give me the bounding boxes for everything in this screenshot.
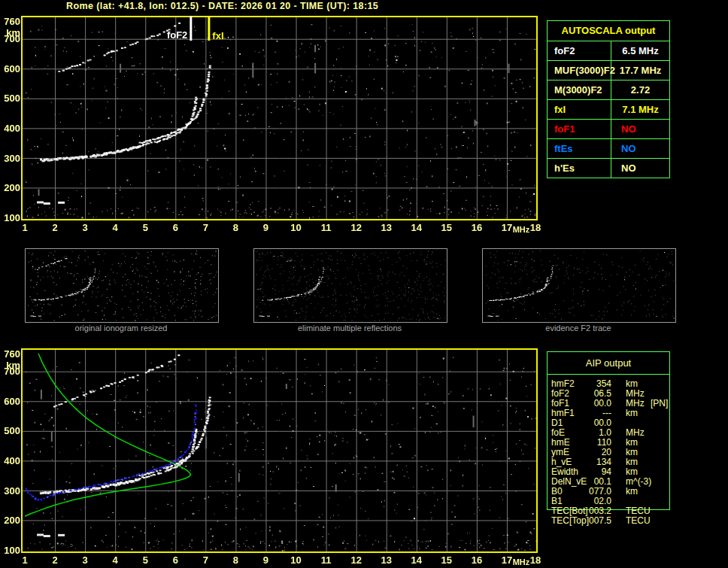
autoscala-row-ftes: ftEsNO	[548, 139, 669, 159]
autoscala-row-label: h'Es	[548, 159, 611, 178]
station-title: Rome (lat: +41.8, lon: 012.5) - DATE: 20…	[66, 1, 378, 11]
aip-unit: km	[626, 487, 638, 497]
thumbnail-caption-eliminate: eliminate multiple reflections	[253, 323, 447, 333]
autoscala-row-label: foF2	[548, 41, 611, 60]
autoscala-row-fof2: foF26.5 MHz	[548, 41, 669, 61]
autoscala-panel: AUTOSCALA output foF26.5 MHzMUF(3000)F21…	[547, 20, 670, 178]
autoscala-row-value: 7.1 MHz	[611, 100, 669, 119]
autoscala-row-muf3000f2: MUF(3000)F217.7 MHz	[548, 61, 669, 80]
autoscala-row-label: ftEs	[548, 139, 611, 158]
thumbnail-caption-original: original ionogram resized	[24, 323, 218, 333]
thumbnail-evidence-f2-trace	[482, 248, 676, 323]
autoscala-row-value: NO	[611, 159, 669, 178]
autoscala-row-hes: h'EsNO	[548, 159, 669, 178]
autoscala-row-value: NO	[611, 139, 669, 158]
thumbnail-eliminate-reflections	[253, 248, 447, 323]
aip-note: [PN]	[651, 399, 668, 409]
thumbnail-original-ionogram	[25, 248, 219, 323]
aip-row-tectop: TEC[Top]007.5TECU	[547, 516, 675, 526]
aip-unit: TECU	[626, 516, 651, 526]
aip-unit: km	[626, 409, 638, 418]
autoscala-row-label: foF1	[548, 120, 611, 138]
aip-rows: hmF2354kmfoF206.5MHzfoF100.0MHz[PN]hmF1-…	[547, 351, 675, 536]
autoscala-row-label: M(3000)F2	[548, 80, 611, 99]
autoscala-row-value: 2.72	[611, 80, 669, 99]
autoscala-row-fof1: foF1NO	[548, 120, 669, 139]
recorded-ionogram-plot	[0, 12, 545, 236]
aip-value: 007.5	[575, 516, 611, 526]
autoscala-row-label: MUF(3000)F2	[548, 61, 611, 80]
autoscaled-ionogram-plot	[0, 345, 545, 568]
autoscala-row-label: fxI	[548, 100, 611, 119]
autoscala-row-value: 17.7 MHz	[611, 61, 669, 80]
autoscala-row-m3000f2: M(3000)F22.72	[548, 80, 669, 100]
autoscala-panel-title: AUTOSCALA output	[548, 21, 669, 41]
autoscala-row-value: NO	[611, 120, 669, 138]
thumbnail-caption-evidence: evidence F2 trace	[481, 323, 675, 333]
autoscala-row-value: 6.5 MHz	[611, 41, 669, 60]
autoscala-window: Rome (lat: +41.8, lon: 012.5) - DATE: 20…	[0, 0, 728, 568]
autoscala-row-fxi: fxI7.1 MHz	[548, 100, 669, 120]
